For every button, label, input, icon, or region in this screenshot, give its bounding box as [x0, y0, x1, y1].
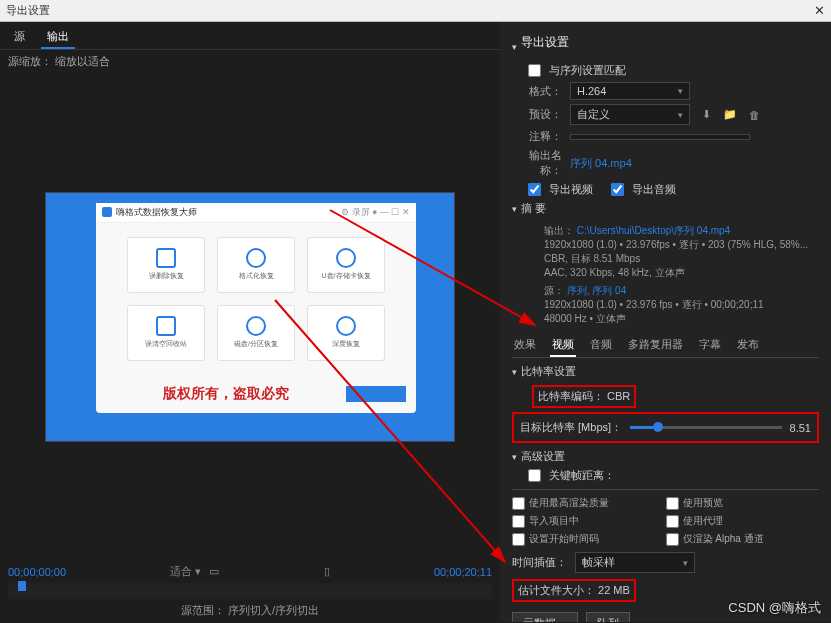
- est-size-value: 22 MB: [598, 584, 630, 596]
- summary-block: 输出： C:\Users\hui\Desktop\序列 04.mp4 1920x…: [544, 224, 819, 326]
- timeline[interactable]: [8, 583, 492, 599]
- output-name-link[interactable]: 序列 04.mp4: [570, 156, 632, 171]
- alpha-only-checkbox[interactable]: [666, 533, 679, 546]
- delete-preset-icon[interactable]: 🗑: [749, 109, 760, 121]
- max-render-checkbox[interactable]: [512, 497, 525, 510]
- tab-video[interactable]: 视频: [550, 334, 576, 357]
- bitrate-encoding-label: 比特率编码：: [538, 390, 604, 402]
- save-preset-icon[interactable]: ⬇: [702, 108, 711, 121]
- watermark: CSDN @嗨格式: [728, 599, 821, 617]
- window-title: 导出设置: [6, 3, 814, 18]
- comment-input[interactable]: [570, 134, 750, 140]
- keyframe-checkbox[interactable]: [528, 469, 541, 482]
- metadata-button[interactable]: 元数据…: [512, 612, 578, 622]
- tab-audio[interactable]: 音频: [588, 334, 614, 357]
- crop-icon[interactable]: ▭: [209, 565, 219, 578]
- summary-title: 摘 要: [521, 201, 546, 216]
- aspect-icon[interactable]: ▯: [324, 565, 330, 578]
- scale-label: 源缩放：: [8, 55, 52, 67]
- fit-select[interactable]: 适合 ▾: [170, 564, 201, 579]
- tab-publish[interactable]: 发布: [735, 334, 761, 357]
- target-bitrate-value[interactable]: 8.51: [790, 422, 811, 434]
- range-label: 源范围：: [181, 604, 225, 616]
- bitrate-encoding-select[interactable]: CBR: [607, 390, 630, 402]
- tab-caption[interactable]: 字幕: [697, 334, 723, 357]
- tab-source[interactable]: 源: [8, 26, 31, 49]
- bitrate-group: ▾比特率设置 比特率编码： CBR 目标比特率 [Mbps]： 8.51: [512, 364, 819, 443]
- tab-mux[interactable]: 多路复用器: [626, 334, 685, 357]
- preview-app-title: 嗨格式数据恢复大师: [116, 206, 197, 219]
- preview-output: 嗨格式数据恢复大师 ⚙ 录屏 ● — ☐ ✕ 误删除恢复 格式化恢复 U盘/存储…: [45, 192, 455, 442]
- range-value[interactable]: 序列切入/序列切出: [228, 604, 319, 616]
- est-size-label: 估计文件大小：: [518, 584, 595, 596]
- target-bitrate-slider[interactable]: [630, 426, 782, 429]
- import-preset-icon[interactable]: 📁: [723, 108, 737, 121]
- preset-select[interactable]: 自定义▾: [570, 104, 690, 125]
- export-audio-checkbox[interactable]: [611, 183, 624, 196]
- export-video-checkbox[interactable]: [528, 183, 541, 196]
- target-bitrate-label: 目标比特率 [Mbps]：: [520, 420, 622, 435]
- timecode-start[interactable]: 00;00;00;00: [8, 566, 66, 578]
- export-settings-title: 导出设置: [521, 34, 569, 51]
- tab-output[interactable]: 输出: [41, 26, 75, 49]
- timecode-end[interactable]: 00;00;20;11: [434, 566, 492, 578]
- start-timecode-checkbox[interactable]: [512, 533, 525, 546]
- close-icon[interactable]: ✕: [814, 3, 825, 18]
- tab-effects[interactable]: 效果: [512, 334, 538, 357]
- scale-value[interactable]: 缩放以适合: [55, 55, 110, 67]
- format-select[interactable]: H.264▾: [570, 82, 690, 100]
- preview-window-controls: ⚙ 录屏 ● — ☐ ✕: [341, 206, 410, 219]
- queue-button[interactable]: 队列: [586, 612, 630, 622]
- preview-copyright: 版权所有，盗取必究: [106, 385, 346, 403]
- time-interp-select[interactable]: 帧采样▾: [575, 552, 695, 573]
- import-project-checkbox[interactable]: [512, 515, 525, 528]
- use-preview-checkbox[interactable]: [666, 497, 679, 510]
- match-sequence-checkbox[interactable]: [528, 64, 541, 77]
- use-proxy-checkbox[interactable]: [666, 515, 679, 528]
